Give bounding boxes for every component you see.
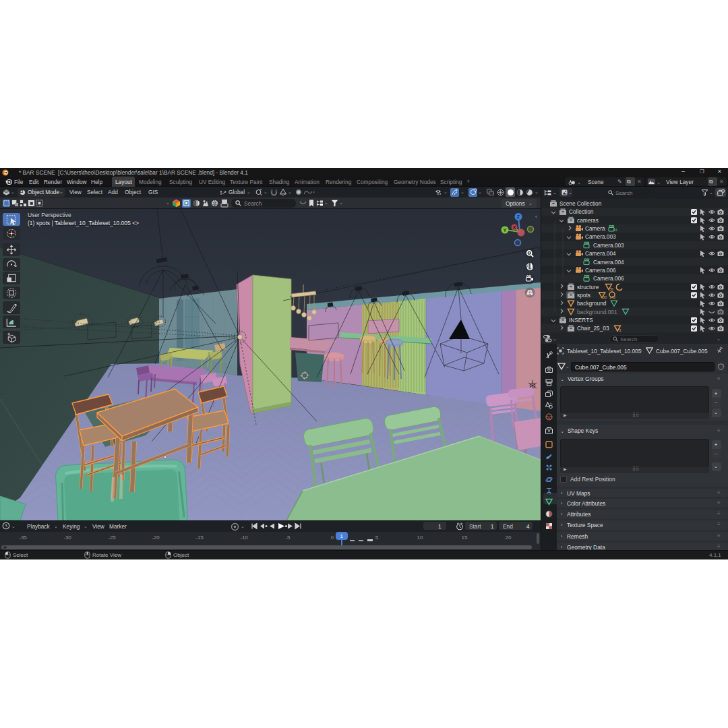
svg-text:Camera.004: Camera.004 [585, 250, 616, 257]
svg-text:36: 36 [609, 287, 613, 291]
svg-text:Chair_25_03: Chair_25_03 [577, 325, 609, 332]
svg-text:Camera.003: Camera.003 [593, 242, 624, 249]
svg-text:Z: Z [517, 214, 520, 219]
svg-text:background.001: background.001 [577, 309, 617, 315]
svg-text:structure: structure [577, 284, 599, 291]
svg-text:Collection: Collection [569, 208, 594, 215]
svg-text:142: 142 [609, 295, 615, 299]
svg-text:Camera.004: Camera.004 [593, 259, 624, 266]
svg-text:Camera.006: Camera.006 [585, 267, 616, 274]
svg-text:3: 3 [619, 328, 621, 332]
svg-text:background: background [577, 300, 607, 307]
svg-text:X: X [513, 225, 516, 230]
svg-text:Scene Collection: Scene Collection [559, 200, 602, 207]
svg-text:Camera.006: Camera.006 [593, 275, 624, 282]
svg-text:Camera: Camera [585, 225, 605, 232]
svg-text:Camera.003: Camera.003 [585, 233, 616, 240]
svg-text:04: 04 [613, 228, 617, 232]
svg-text:cameras: cameras [577, 217, 599, 224]
svg-text:spots: spots [577, 292, 590, 299]
svg-text:Y: Y [503, 227, 506, 233]
svg-text:INSERTS: INSERTS [569, 317, 593, 324]
svg-text:30: 30 [603, 295, 607, 299]
